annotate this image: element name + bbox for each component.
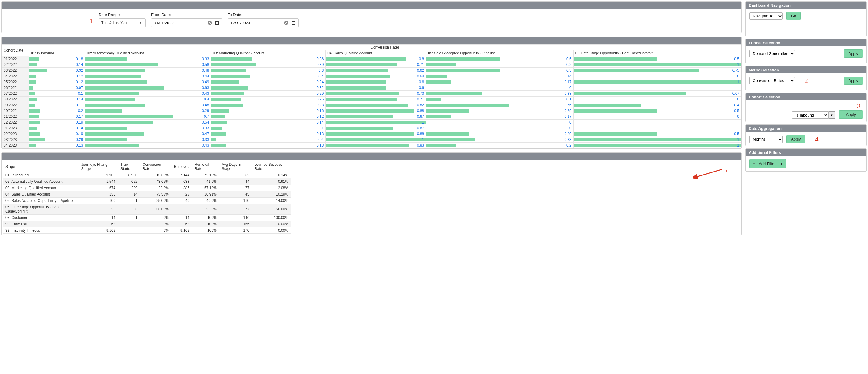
bar-value: 1	[737, 143, 739, 148]
stat-cell: 146	[219, 215, 252, 221]
stats-header: Journeys Hitting Stage	[79, 161, 118, 172]
bar-cell: 0.44	[85, 73, 211, 79]
funnel-apply-button[interactable]: Apply	[844, 50, 863, 58]
bar-cell: 1	[573, 62, 741, 68]
from-date-field[interactable]	[154, 21, 205, 25]
cohort-apply-button[interactable]: Apply	[839, 111, 863, 119]
date-aggregation-panel: Date Aggregation Months Apply 4	[745, 124, 867, 146]
aggregation-select[interactable]: Months	[749, 136, 783, 143]
table-row: 99: Inactivity Timeout8,1620%8,162100%17…	[3, 227, 291, 234]
metric-apply-button[interactable]: Apply	[844, 76, 863, 85]
bar-value: 0.1	[566, 97, 571, 101]
bar-cell: 0.6	[326, 79, 426, 85]
bar-cell: 0.33	[85, 137, 211, 143]
bar-cell: 0.82	[326, 102, 426, 108]
bar-value: 0.1	[319, 126, 324, 130]
bar-value: 0.6	[419, 80, 424, 84]
bar-fill	[574, 69, 699, 72]
stat-cell: 2.08%	[252, 185, 291, 191]
bar-cell: 0.5	[426, 68, 574, 73]
bar-cell: 0.43	[85, 91, 211, 97]
stat-cell: 57.12%	[192, 185, 219, 191]
clear-icon[interactable]	[207, 20, 212, 25]
expand-icon[interactable]	[3, 38, 8, 43]
stat-cell: 100.00%	[252, 215, 291, 221]
stat-cell: 20.2%	[140, 185, 171, 191]
bar-cell: 0.8	[326, 56, 426, 62]
go-button[interactable]: Go	[786, 12, 801, 20]
add-filter-button[interactable]: ＋ Add Filter ▾	[749, 159, 786, 168]
bar-fill	[211, 81, 239, 84]
bar-fill	[85, 121, 153, 124]
bar-fill	[29, 98, 37, 101]
stat-cell: 299	[118, 185, 140, 191]
agg-apply-button[interactable]: Apply	[786, 135, 805, 143]
bar-value: 0	[569, 120, 571, 124]
stat-cell: 77	[219, 185, 252, 191]
bar-fill	[326, 57, 406, 61]
bar-fill	[85, 138, 127, 142]
to-date-field[interactable]	[230, 21, 281, 25]
clear-icon[interactable]	[284, 20, 289, 25]
bar-value: 0.71	[417, 63, 424, 67]
bar-value: 1	[737, 137, 739, 142]
bar-value: 0.12	[76, 80, 83, 84]
bar-value: 0.48	[202, 103, 209, 107]
bar-fill	[426, 92, 482, 95]
bar-fill	[574, 57, 657, 61]
bar-cell: 0.29	[426, 131, 574, 137]
bar-fill	[326, 144, 409, 147]
bar-fill	[85, 75, 140, 78]
to-date-input[interactable]	[228, 18, 299, 27]
stat-cell: 62	[219, 172, 252, 179]
bar-value: 0.24	[316, 80, 323, 84]
bar-cell: 0.32	[29, 68, 85, 73]
bar-cell: 0.7	[85, 114, 211, 120]
navigate-select[interactable]: Navigate To	[749, 12, 783, 20]
bar-cell: 0.43	[85, 143, 211, 149]
bar-value: 0.5	[734, 132, 739, 136]
bar-value: 0.18	[76, 57, 83, 61]
cohort-date-header: Cohort Date	[2, 44, 29, 56]
cohort-dropdown-toggle[interactable]: ▾	[829, 112, 835, 119]
date-panel-header	[2, 2, 741, 9]
stat-cell: 3	[118, 204, 140, 215]
cohort-cell: 03/2023	[2, 137, 29, 143]
bar-value: 0.48	[202, 68, 209, 72]
conversion-table: Cohort Date Conversion Rates 01: Is Inbo…	[2, 44, 741, 149]
bar-value: 0.6	[419, 86, 424, 90]
cohort-select[interactable]: Is Inbound	[792, 112, 829, 119]
funnel-select[interactable]: Demand Generation	[749, 50, 795, 57]
bar-value: 0.75	[732, 68, 739, 72]
stats-header: True Starts	[118, 161, 140, 172]
date-range-select[interactable]: This & Last Year ▾	[99, 18, 146, 27]
bar-fill	[29, 86, 33, 90]
stats-panel-header	[2, 153, 741, 160]
bar-value: 0.38	[564, 91, 571, 96]
from-date-input[interactable]	[151, 18, 222, 27]
bar-value: 0.36	[316, 57, 323, 61]
stat-cell: 674	[79, 185, 118, 191]
bar-fill	[85, 63, 158, 66]
table-row: 08/20220.140.40.260.710.10	[2, 97, 741, 102]
bar-cell: 0.14	[29, 97, 85, 102]
date-range-panel: 1 Date Range This & Last Year ▾ From Dat…	[1, 1, 742, 33]
calendar-icon[interactable]	[291, 20, 296, 25]
bar-cell: 0.67	[326, 114, 426, 120]
bar-fill	[85, 127, 127, 130]
bar-fill	[85, 86, 164, 90]
bar-value: 0.8	[419, 57, 424, 61]
annotation-4: 4	[815, 135, 818, 143]
stat-cell: 25.00%	[140, 198, 171, 204]
stat-cell: 633	[171, 179, 192, 185]
stat-cell: 0.00%	[252, 227, 291, 234]
bar-cell: 0.12	[29, 79, 85, 85]
stat-cell: 8,162	[171, 227, 192, 234]
bar-value: 0.67	[417, 126, 424, 130]
metric-select[interactable]: Conversion Rates	[749, 77, 795, 84]
bar-value: 0.4	[734, 103, 739, 107]
bar-cell: 0.17	[29, 114, 85, 120]
bar-cell: 0.88	[326, 131, 426, 137]
calendar-icon[interactable]	[215, 20, 219, 25]
stat-cell: 9,900	[79, 172, 118, 179]
